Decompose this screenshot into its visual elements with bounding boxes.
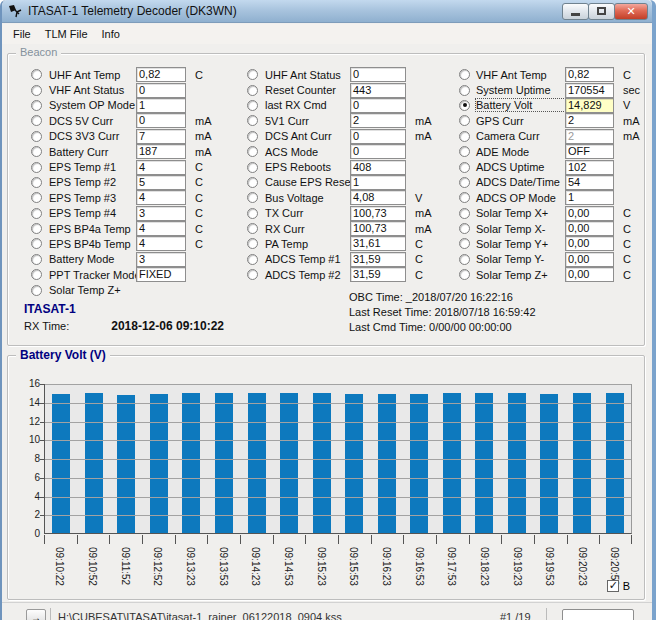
radio-button[interactable] xyxy=(31,254,42,265)
value-field[interactable]: 0,82 xyxy=(136,67,186,82)
value-field[interactable]: 100,73 xyxy=(350,206,406,221)
telemetry-label[interactable]: Battery Volt xyxy=(476,99,565,111)
telemetry-label[interactable]: GPS Curr xyxy=(476,115,565,127)
value-field[interactable]: 0 xyxy=(136,113,186,128)
radio-button[interactable] xyxy=(31,115,42,126)
telemetry-label[interactable]: EPS Temp #1 xyxy=(49,161,136,173)
minimize-button[interactable] xyxy=(562,3,589,20)
value-field[interactable]: 443 xyxy=(350,83,406,98)
value-field[interactable]: 0 xyxy=(350,129,406,144)
radio-button[interactable] xyxy=(247,115,258,126)
value-field[interactable]: 2 xyxy=(350,113,406,128)
radio-button[interactable] xyxy=(31,269,42,280)
radio-button[interactable] xyxy=(247,254,258,265)
telemetry-label[interactable]: System Uptime xyxy=(476,84,565,96)
value-field[interactable]: 0,00 xyxy=(565,206,614,221)
radio-button[interactable] xyxy=(459,254,470,265)
value-field[interactable]: 14,829 xyxy=(565,98,614,113)
value-field[interactable]: 0 xyxy=(350,98,406,113)
value-field[interactable]: 0,00 xyxy=(565,221,614,236)
radio-button[interactable] xyxy=(459,223,470,234)
telemetry-label[interactable]: ADCS Temp #1 xyxy=(265,253,350,265)
radio-button[interactable] xyxy=(459,146,470,157)
telemetry-label[interactable]: UHF Ant Temp xyxy=(49,69,136,81)
value-field[interactable]: 0 xyxy=(350,144,406,159)
value-field[interactable]: 3 xyxy=(136,206,186,221)
radio-button[interactable] xyxy=(31,192,42,203)
radio-button[interactable] xyxy=(459,177,470,188)
value-field[interactable]: 1 xyxy=(565,190,614,205)
value-field[interactable]: 170554 xyxy=(565,83,614,98)
radio-button[interactable] xyxy=(247,192,258,203)
value-field[interactable]: 100,73 xyxy=(350,221,406,236)
radio-button[interactable] xyxy=(247,208,258,219)
telemetry-label[interactable]: System OP Mode xyxy=(49,99,136,111)
telemetry-label[interactable]: TX Curr xyxy=(265,207,350,219)
value-field[interactable]: OFF xyxy=(565,144,614,159)
telemetry-label[interactable]: Bus Voltage xyxy=(265,192,350,204)
telemetry-label[interactable]: ADCS Temp #2 xyxy=(265,269,350,281)
telemetry-label[interactable]: EPS BP4a Temp xyxy=(49,223,136,235)
radio-button[interactable] xyxy=(31,285,42,296)
radio-button[interactable] xyxy=(31,100,42,111)
close-button[interactable]: ✕ xyxy=(614,3,648,20)
radio-button[interactable] xyxy=(459,100,470,111)
radio-button[interactable] xyxy=(459,115,470,126)
value-field[interactable]: 0,00 xyxy=(565,236,614,251)
value-field[interactable]: 2 xyxy=(565,113,614,128)
radio-button[interactable] xyxy=(247,269,258,280)
menu-info[interactable]: Info xyxy=(95,25,127,43)
radio-button[interactable] xyxy=(247,162,258,173)
next-record-button[interactable]: → xyxy=(26,609,46,620)
series-b-checkbox[interactable]: B xyxy=(607,580,630,592)
value-field[interactable]: 31,59 xyxy=(350,267,406,282)
radio-button[interactable] xyxy=(31,162,42,173)
radio-button[interactable] xyxy=(247,85,258,96)
value-field[interactable]: 54 xyxy=(565,175,614,190)
radio-button[interactable] xyxy=(31,146,42,157)
value-field[interactable]: 0,82 xyxy=(565,67,614,82)
maximize-button[interactable] xyxy=(588,3,615,20)
telemetry-label[interactable]: DCS 3V3 Curr xyxy=(49,130,136,142)
radio-button[interactable] xyxy=(247,146,258,157)
telemetry-label[interactable]: ADCS Uptime xyxy=(476,161,565,173)
radio-button[interactable] xyxy=(247,100,258,111)
radio-button[interactable] xyxy=(31,177,42,188)
radio-button[interactable] xyxy=(247,238,258,249)
radio-button[interactable] xyxy=(31,131,42,142)
telemetry-label[interactable]: PPT Tracker Mode xyxy=(49,269,136,281)
telemetry-label[interactable]: EPS Temp #4 xyxy=(49,207,136,219)
telemetry-label[interactable]: PA Temp xyxy=(265,238,350,250)
radio-button[interactable] xyxy=(459,208,470,219)
telemetry-label[interactable]: Battery Curr xyxy=(49,146,136,158)
telemetry-label[interactable]: 5V1 Curr xyxy=(265,115,350,127)
value-field[interactable]: 0,00 xyxy=(565,252,614,267)
value-field[interactable]: 31,59 xyxy=(350,252,406,267)
menu-tlm-file[interactable]: TLM File xyxy=(38,25,95,43)
telemetry-label[interactable]: UHF Ant Status xyxy=(265,69,350,81)
telemetry-label[interactable]: Solar Temp Z+ xyxy=(476,269,565,281)
value-field[interactable]: 1 xyxy=(350,175,406,190)
value-field[interactable]: 187 xyxy=(136,144,186,159)
radio-button[interactable] xyxy=(31,208,42,219)
value-field[interactable]: 0 xyxy=(350,67,406,82)
telemetry-label[interactable]: ADCS OP Mode xyxy=(476,192,565,204)
telemetry-label[interactable]: Camera Curr xyxy=(476,130,565,142)
radio-button[interactable] xyxy=(459,192,470,203)
radio-button[interactable] xyxy=(247,69,258,80)
telemetry-label[interactable]: VHF Ant Status xyxy=(49,84,136,96)
telemetry-label[interactable]: Solar Temp X- xyxy=(476,223,565,235)
value-field[interactable]: 7 xyxy=(136,129,186,144)
telemetry-label[interactable]: VHF Ant Temp xyxy=(476,69,565,81)
value-field[interactable]: 4 xyxy=(136,236,186,251)
radio-button[interactable] xyxy=(247,131,258,142)
radio-button[interactable] xyxy=(459,131,470,142)
value-field[interactable]: 4 xyxy=(136,160,186,175)
radio-button[interactable] xyxy=(459,238,470,249)
telemetry-label[interactable]: EPS Temp #3 xyxy=(49,192,136,204)
value-field[interactable]: 0,00 xyxy=(565,267,614,282)
telemetry-label[interactable]: EPS Temp #2 xyxy=(49,176,136,188)
value-field[interactable]: 2 xyxy=(565,129,614,144)
value-field[interactable]: 3 xyxy=(136,252,186,267)
value-field[interactable]: 4 xyxy=(136,190,186,205)
